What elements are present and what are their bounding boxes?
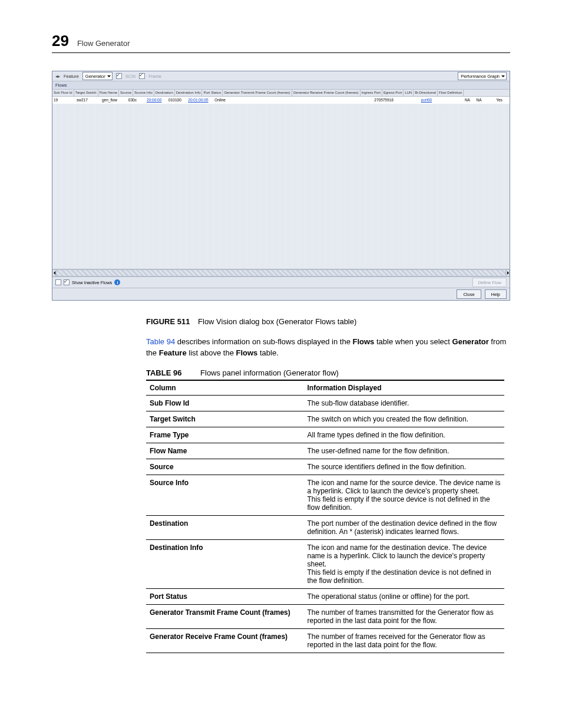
enable-checkbox[interactable] bbox=[55, 279, 61, 285]
th-info: Information Displayed bbox=[304, 380, 504, 396]
flow-vision-dialog: ◂▸ Feature Generator SCSI Frame Performa… bbox=[52, 71, 510, 301]
th-column: Column bbox=[146, 380, 304, 396]
scsi-label: SCSI bbox=[125, 74, 136, 79]
table-row: Sub Flow IdThe sub-flow database identif… bbox=[146, 395, 504, 411]
cell: sw217 bbox=[75, 97, 101, 104]
col-header[interactable]: Port Status bbox=[202, 90, 223, 96]
col-desc-cell: The operational status (online or offlin… bbox=[304, 588, 504, 604]
feature-value: Generator bbox=[85, 74, 105, 79]
table-row: Destination InfoThe icon and name for th… bbox=[146, 539, 504, 588]
table-row: Generator Receive Frame Count (frames)Th… bbox=[146, 628, 504, 653]
header-rule bbox=[52, 52, 510, 53]
col-name-cell: Sub Flow Id bbox=[146, 395, 304, 411]
col-name-cell: Target Switch bbox=[146, 411, 304, 427]
col-header[interactable]: Generator Receive Frame Count (frames) bbox=[292, 90, 361, 96]
define-flow-button[interactable]: Define Flow bbox=[472, 278, 507, 287]
horizontal-scrollbar[interactable] bbox=[52, 269, 510, 276]
col-name-cell: Flow Name bbox=[146, 443, 304, 459]
table-caption: TABLE 96 Flows panel information (Genera… bbox=[146, 368, 510, 377]
col-name-cell: Generator Transmit Frame Count (frames) bbox=[146, 604, 304, 628]
col-header[interactable]: Sub Flow Id bbox=[52, 90, 74, 96]
table-label: TABLE 96 bbox=[146, 368, 181, 377]
col-name-cell: Port Status bbox=[146, 588, 304, 604]
table-row: Port StatusThe operational status (onlin… bbox=[146, 588, 504, 604]
cell: 19 bbox=[52, 97, 75, 104]
empty-grid-area bbox=[52, 104, 510, 269]
table-row: Generator Transmit Frame Count (frames)T… bbox=[146, 604, 504, 628]
performance-graph-dropdown[interactable]: Performance Graph bbox=[458, 72, 507, 80]
col-header[interactable]: Source bbox=[119, 90, 133, 96]
chapter-number: 29 bbox=[52, 32, 69, 50]
cell: gen_flow bbox=[101, 97, 127, 104]
source-link[interactable]: 20:00:00 bbox=[146, 97, 167, 104]
col-desc-cell: The source identifiers defined in the fl… bbox=[304, 459, 504, 475]
chevron-down-icon bbox=[501, 75, 505, 77]
col-header[interactable]: Destination bbox=[154, 90, 175, 96]
show-inactive-checkbox[interactable] bbox=[64, 279, 70, 285]
body-paragraph: Table 94 describes information on sub-fl… bbox=[146, 337, 510, 359]
page-header: 29 Flow Generator bbox=[52, 32, 510, 50]
table-94-link[interactable]: Table 94 bbox=[146, 337, 175, 346]
help-button[interactable]: Help bbox=[485, 289, 507, 299]
close-button[interactable]: Close bbox=[457, 289, 481, 299]
cell bbox=[439, 97, 464, 104]
destination-link[interactable]: 20:01:00:05 bbox=[187, 97, 213, 104]
cell bbox=[230, 97, 330, 104]
cell: 270575918 bbox=[330, 97, 395, 104]
col-header[interactable]: Flow Name bbox=[98, 90, 119, 96]
col-desc-cell: The sub-flow database identifier. bbox=[304, 395, 504, 411]
table-row: Flow NameThe user-defined name for the f… bbox=[146, 443, 504, 459]
table-row: DestinationThe port number of the destin… bbox=[146, 515, 504, 539]
table-title: Flows panel information (Generator flow) bbox=[200, 368, 339, 377]
chevron-down-icon bbox=[107, 75, 111, 77]
table-row: SourceThe source identifiers defined in … bbox=[146, 459, 504, 475]
page: 29 Flow Generator ◂▸ Feature Generator S… bbox=[0, 0, 562, 728]
table-row[interactable]: 19 sw217 gen_flow 030c 20:00:00 010100 2… bbox=[52, 97, 510, 104]
cell: 030c bbox=[127, 97, 146, 104]
flows-column-headers: Sub Flow Id Target Switch Flow Name Sour… bbox=[52, 90, 510, 97]
col-header[interactable]: Destination Info bbox=[175, 90, 203, 96]
perf-graph-label: Performance Graph bbox=[461, 74, 500, 79]
table-row: Target SwitchThe switch on which you cre… bbox=[146, 411, 504, 427]
col-header[interactable]: Egress Port bbox=[382, 90, 404, 96]
col-header[interactable]: Target Switch bbox=[74, 90, 98, 96]
cell: Online bbox=[213, 97, 230, 104]
frame-checkbox[interactable] bbox=[139, 73, 145, 79]
col-header[interactable]: Generator Transmit Frame Count (frames) bbox=[223, 90, 292, 96]
info-icon[interactable]: i bbox=[114, 279, 120, 285]
col-header[interactable]: LUN bbox=[404, 90, 414, 96]
flows-panel-info-table: Column Information Displayed Sub Flow Id… bbox=[146, 380, 504, 653]
col-name-cell: Destination Info bbox=[146, 539, 304, 588]
flows-panel-title: Flows bbox=[52, 81, 510, 90]
feature-dropdown[interactable]: Generator bbox=[82, 72, 113, 80]
col-desc-cell: The port number of the destination devic… bbox=[304, 515, 504, 539]
col-header[interactable]: Bi-Directional bbox=[414, 90, 438, 96]
chevron-right-icon bbox=[507, 271, 509, 275]
figure-text: Flow Vision dialog box (Generator Flows … bbox=[198, 317, 356, 326]
col-header[interactable]: Source Info bbox=[133, 90, 154, 96]
col-header[interactable]: Ingress Port bbox=[361, 90, 382, 96]
left-handle-icon: ◂▸ bbox=[55, 74, 60, 79]
figure-label: FIGURE 511 bbox=[146, 317, 190, 326]
col-desc-cell: All frame types defined in the flow defi… bbox=[304, 427, 504, 443]
col-desc-cell: The user-defined name for the flow defin… bbox=[304, 443, 504, 459]
figure-caption: FIGURE 511 Flow Vision dialog box (Gener… bbox=[146, 317, 510, 326]
chevron-left-icon bbox=[54, 271, 55, 275]
col-desc-cell: The number of frames received for the Ge… bbox=[304, 628, 504, 653]
cell: 010100 bbox=[167, 97, 187, 104]
col-desc-cell: The number of frames transmitted for the… bbox=[304, 604, 504, 628]
col-header[interactable]: Flow Definition bbox=[438, 90, 464, 96]
cell: NA bbox=[475, 97, 488, 104]
table-row: Source InfoThe icon and name for the sou… bbox=[146, 475, 504, 515]
col-desc-cell: The icon and name for the destination de… bbox=[304, 539, 504, 588]
scsi-checkbox[interactable] bbox=[116, 73, 122, 79]
col-desc-cell: The switch on which you created the flow… bbox=[304, 411, 504, 427]
dialog-footer-2: Close Help bbox=[52, 288, 510, 300]
egress-link[interactable]: port00 bbox=[420, 97, 439, 104]
scroll-right-button[interactable] bbox=[506, 269, 510, 276]
dialog-toolbar: ◂▸ Feature Generator SCSI Frame Performa… bbox=[52, 71, 510, 81]
col-name-cell: Source Info bbox=[146, 475, 304, 515]
col-name-cell: Source bbox=[146, 459, 304, 475]
table-row: Frame TypeAll frame types defined in the… bbox=[146, 427, 504, 443]
scroll-track[interactable] bbox=[56, 269, 506, 276]
